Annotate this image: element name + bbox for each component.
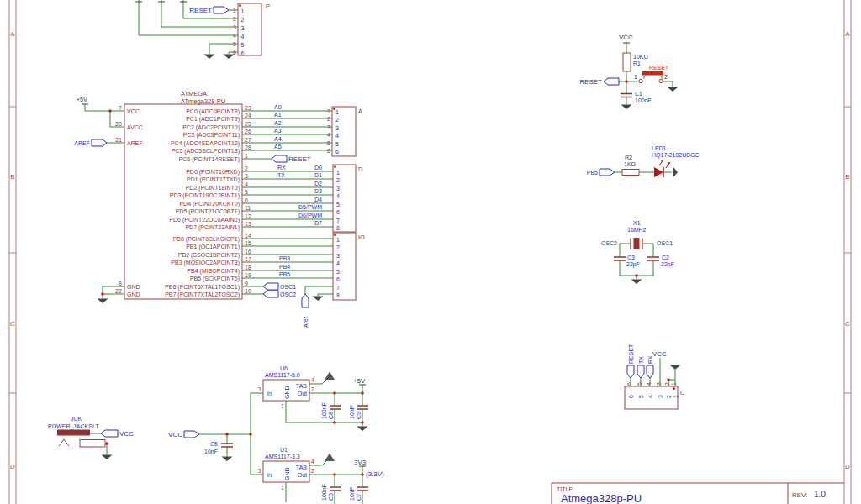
component-name: JCK	[71, 416, 82, 422]
pin-number: 4	[646, 382, 652, 386]
pin-number: 9	[245, 281, 248, 286]
pin-number: 6	[327, 148, 330, 154]
pin-number: 4	[241, 34, 245, 39]
net-label: Aref	[303, 317, 309, 328]
pin-name: GND	[284, 467, 290, 480]
pin-number: 1	[336, 237, 340, 243]
drawing-frame: A B C D A B C D	[9, 0, 851, 504]
pin-number: 6	[241, 50, 245, 56]
gnd-arrow	[325, 454, 335, 462]
pin-number: 6	[336, 276, 340, 282]
connector-c: C RESET TX RX VCC 6 5 4 3 2 1 6 5 4 3 2 …	[625, 344, 685, 409]
component-value: 16MHz	[627, 227, 647, 233]
net-label: RESET	[189, 7, 212, 14]
net-label: RESET	[288, 155, 311, 163]
pin-name: PB2 (SSOC1BPCINT2)	[178, 252, 240, 259]
pin-number: 7	[119, 105, 122, 111]
component-name: LED1	[652, 145, 667, 151]
component-name: R1	[633, 60, 641, 66]
connector-d: D 1 2 3 4 5 6 7 8	[333, 165, 363, 232]
crystal-symbol	[631, 238, 642, 249]
pin-number: 2	[666, 395, 672, 398]
net-label: TX	[638, 356, 644, 364]
component-value: 10KΩ	[633, 54, 648, 60]
rx-net-flag	[647, 365, 653, 378]
pin-name: GND	[127, 284, 140, 290]
pin-number: 2	[233, 16, 236, 22]
pin-name: PB7 (PCINT7XTAL2TOSC2)	[165, 291, 240, 298]
jack-body	[57, 430, 90, 436]
component-value: 22pF	[661, 261, 674, 268]
pin-number: 1	[335, 109, 339, 115]
pin-name: PD7 (PCINT23AIN1)	[185, 224, 240, 231]
pin-name: PC2 (ADC2PCINT10)	[182, 124, 240, 131]
pin-number: 1	[281, 403, 284, 409]
component-value: POWER_JACKSLT	[48, 423, 99, 430]
capacitor-c8	[330, 406, 341, 409]
pin-name: TAB	[296, 465, 307, 470]
pin-number: 3	[335, 125, 339, 131]
pin-number: 2	[664, 74, 668, 80]
pin-name: VCC	[127, 108, 140, 114]
pin-number: 2	[336, 177, 340, 183]
net-label: TX	[277, 172, 285, 178]
net-label: RESET	[628, 344, 634, 364]
pin-number: 2	[241, 17, 245, 23]
pin-name: PB3 (MOSIOC2APCINT3)	[171, 260, 240, 266]
power-label: VCC	[652, 350, 667, 358]
net-label: RX	[277, 165, 286, 171]
pin-number: 5	[241, 42, 245, 48]
connector-p: P RESET 1 2 3 4 5 6 1 2 3 4 5 6	[189, 3, 270, 56]
pin-name: AREF	[127, 140, 143, 146]
gnd-symbol	[204, 55, 215, 60]
net-label: OSC2	[601, 240, 617, 246]
pin-number: 2	[335, 117, 339, 123]
connector-a: A 1 2 3 4 5 6 1 2 3 4 5 6	[327, 107, 362, 156]
pin-number: 18	[245, 265, 251, 270]
power-jack: JCK POWER_JACKSLT VCC	[48, 416, 134, 447]
pin-number: 5	[327, 140, 330, 146]
component-value: 10nF	[349, 487, 355, 501]
gnd-symbol	[222, 457, 233, 462]
reset-net-flag	[214, 7, 229, 13]
frame-row-letter: D	[10, 463, 15, 470]
pin-number: 28	[245, 144, 251, 150]
net-label: PB4	[279, 264, 290, 270]
component-value: 1KΩ	[624, 161, 636, 167]
net-label: RESET	[579, 78, 602, 86]
pin-number: 1	[241, 8, 245, 14]
pin-number: 3	[327, 124, 330, 130]
pin-number: 3	[258, 468, 261, 474]
contact	[639, 79, 642, 82]
pin-name: PD6 (PCINT22OC0AAIN0)	[169, 217, 240, 223]
pin-number: 13	[245, 221, 251, 227]
net-label: D3	[314, 188, 322, 194]
tx-net-flag	[637, 365, 644, 378]
pin-name: PC4 (ADC4SDAPCINT12)	[171, 140, 240, 147]
frame-row-letter: D	[845, 463, 850, 470]
reset-button: RESET 1 2	[634, 65, 669, 83]
power-label: +5V	[353, 377, 366, 385]
component-name: C7	[356, 493, 362, 501]
pin-number: 8	[336, 225, 340, 231]
wires	[85, 0, 675, 504]
pin-number: 8	[336, 292, 340, 298]
pin-name: PD0 (PCINT16RXD)	[186, 169, 240, 176]
component-name: C5	[210, 441, 218, 447]
pin-name: In	[267, 391, 272, 396]
pin-number: 1	[327, 108, 330, 114]
pin-name: GND	[284, 386, 290, 399]
connector-io: IO 1 2 3 4 5 6 7 8 Aref	[302, 233, 365, 328]
pin-number: 3	[258, 386, 261, 392]
led-circuit: PB5 R2 1KΩ LED1 HQ17-2102UBGC	[587, 145, 700, 178]
pin-number: 3	[336, 253, 340, 259]
frame-row-letter: C	[10, 320, 15, 328]
net-label: A5	[274, 144, 282, 150]
pin-number: 27	[245, 137, 251, 143]
pin-number: 3	[658, 395, 663, 398]
pin-number: 6	[626, 382, 632, 386]
capacitor-c6	[330, 487, 341, 491]
pin-number: 23	[245, 105, 251, 111]
reset-net-flag	[627, 365, 634, 378]
rail-note: (3.3V)	[366, 470, 384, 478]
